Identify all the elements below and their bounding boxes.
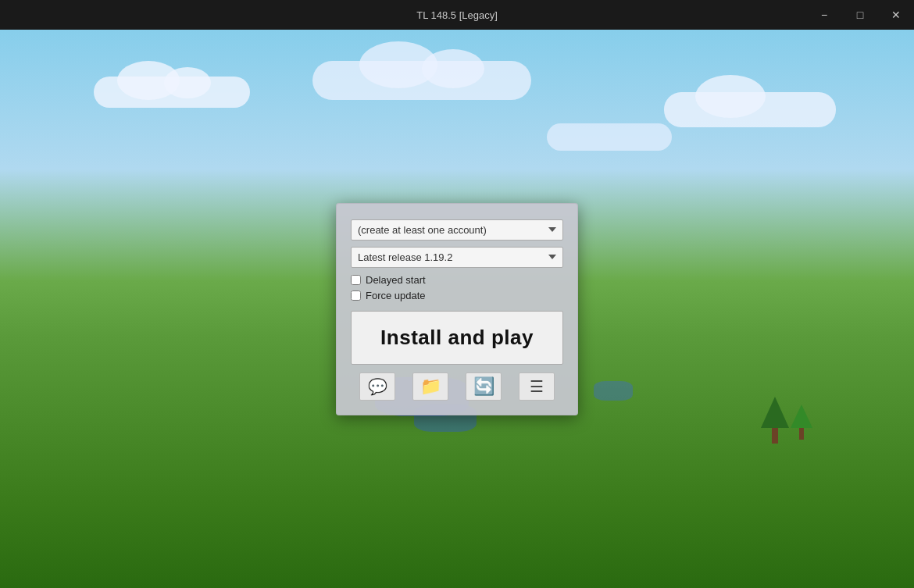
delayed-start-row: Delayed start bbox=[351, 274, 563, 286]
cloud-1 bbox=[94, 77, 250, 108]
account-row: (create at least one account) bbox=[351, 219, 563, 241]
folder-icon: 📁 bbox=[420, 376, 441, 397]
bottom-icons-bar: 💬 📁 🔄 ☰ bbox=[351, 372, 563, 401]
cloud-4 bbox=[547, 123, 672, 151]
water-3 bbox=[594, 381, 633, 401]
background: (create at least one account) Latest rel… bbox=[0, 30, 914, 588]
titlebar-controls: − □ ✕ bbox=[806, 0, 914, 30]
cloud-2 bbox=[312, 61, 531, 100]
maximize-button[interactable]: □ bbox=[842, 0, 878, 30]
account-dropdown[interactable]: (create at least one account) bbox=[351, 219, 563, 241]
install-play-button[interactable]: Install and play bbox=[351, 311, 563, 365]
chat-button[interactable]: 💬 bbox=[359, 372, 395, 401]
chat-icon: 💬 bbox=[368, 377, 387, 396]
version-row: Latest release 1.19.2 Latest snapshot 1.… bbox=[351, 247, 563, 268]
cloud-3 bbox=[664, 92, 836, 127]
refresh-icon: 🔄 bbox=[473, 376, 494, 397]
close-button[interactable]: ✕ bbox=[878, 0, 914, 30]
delayed-start-label: Delayed start bbox=[366, 274, 426, 286]
hamburger-icon: ☰ bbox=[530, 377, 544, 396]
folder-button[interactable]: 📁 bbox=[412, 372, 448, 401]
main-dialog: (create at least one account) Latest rel… bbox=[336, 203, 578, 415]
tree-1 bbox=[761, 397, 789, 444]
force-update-checkbox[interactable] bbox=[351, 290, 361, 301]
refresh-button[interactable]: 🔄 bbox=[466, 372, 502, 401]
menu-button[interactable]: ☰ bbox=[519, 372, 555, 401]
tree-2 bbox=[791, 404, 812, 440]
version-dropdown[interactable]: Latest release 1.19.2 Latest snapshot 1.… bbox=[351, 247, 563, 268]
force-update-label: Force update bbox=[366, 290, 426, 301]
force-update-row: Force update bbox=[351, 290, 563, 301]
titlebar-title: TL 148.5 [Legacy] bbox=[416, 9, 498, 21]
minimize-button[interactable]: − bbox=[806, 0, 842, 30]
titlebar: TL 148.5 [Legacy] − □ ✕ bbox=[0, 0, 914, 30]
checkboxes-section: Delayed start Force update bbox=[351, 274, 563, 301]
delayed-start-checkbox[interactable] bbox=[351, 275, 361, 285]
